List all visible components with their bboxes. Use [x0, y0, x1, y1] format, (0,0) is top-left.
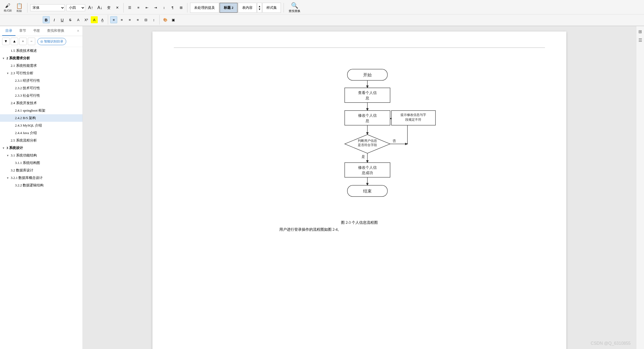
- toc-item-3-2-1[interactable]: ▼ 3.2.1 数据库概念设计: [0, 174, 83, 182]
- bold-btn[interactable]: B: [43, 16, 50, 23]
- svg-text:是: 是: [362, 155, 365, 159]
- remove-icon: −: [30, 39, 33, 44]
- distributed-btn[interactable]: ⊟: [142, 16, 149, 23]
- align-justify-btn[interactable]: ≡: [134, 16, 141, 23]
- flowchart-svg: 开始 查看个人信 息 修改个人信 息 提示修改信息与字 段规定不符 判断用户: [279, 61, 439, 216]
- toc-item-2[interactable]: ▼ 2 系统需求分析: [0, 54, 83, 62]
- sep1: [27, 3, 28, 13]
- toc-item-2-4-2[interactable]: 2.4.2 B/S 架构: [0, 114, 83, 122]
- toc-item-2-4-4[interactable]: 2.4.4 Java 介绍: [0, 129, 83, 137]
- svg-text:段规定不符: 段规定不符: [405, 118, 421, 121]
- indent-btn[interactable]: ⇥: [152, 4, 159, 11]
- svg-rect-24: [345, 163, 390, 177]
- svg-text:查看个人信: 查看个人信: [358, 91, 377, 95]
- font-size-select[interactable]: 小四: [66, 4, 85, 11]
- outdent-btn[interactable]: ⇤: [143, 4, 150, 11]
- format-brush-btn[interactable]: 🖌 格式刷: [2, 2, 13, 13]
- find-label: 查找替换: [289, 9, 300, 13]
- style-ribbon: 未处理的提及 标题 2 表内容 ▲ ▼ 样式集: [190, 3, 281, 13]
- superscript-btn[interactable]: X²: [83, 16, 90, 23]
- svg-rect-10: [345, 88, 390, 103]
- style-table[interactable]: 表内容: [238, 3, 257, 13]
- toc-item-2-4[interactable]: 2.4 系统开发技术: [0, 99, 83, 107]
- toc-item-3-1-1[interactable]: 3.1.1 系统结构图: [0, 159, 83, 167]
- toc-item-2-3-2[interactable]: 2.3.2 技术可行性: [0, 84, 83, 92]
- toc-item-3-1[interactable]: ▼ 3.1 系统功能结构: [0, 152, 83, 159]
- toc-item-2-3[interactable]: ▼ 2.3 可行性分析: [0, 69, 83, 77]
- align-center-btn[interactable]: ≡: [118, 16, 125, 23]
- tab-find[interactable]: 查找和替换: [44, 26, 68, 36]
- toc-item-3[interactable]: ▼ 3 系统设计: [0, 144, 83, 152]
- align-left-btn[interactable]: ≡: [110, 16, 117, 23]
- text-bg-btn[interactable]: A: [91, 16, 98, 23]
- line-spacing-btn[interactable]: ↕: [150, 16, 157, 23]
- clear-format-btn[interactable]: ✕: [114, 4, 121, 11]
- paste-label: 粘贴: [17, 9, 22, 13]
- toolbar: 🖌 格式刷 📋 粘贴 宋体 小四 A↑ A↓ 变 ✕ ☰ ≡ ⇤ ⇥ ↕ ¶ ⊞: [0, 0, 644, 26]
- right-panel-btn2[interactable]: ☰: [637, 37, 643, 43]
- sidebar-close-btn[interactable]: ×: [76, 28, 80, 34]
- align-right-btn[interactable]: ≡: [126, 16, 133, 23]
- expand-all-icon: ▲: [13, 39, 16, 44]
- document-area: 开始 查看个人信 息 修改个人信 息 提示修改信息与字 段规定不符 判断用户: [83, 26, 636, 349]
- font-color-btn[interactable]: A: [75, 16, 82, 23]
- toc-item-3-2[interactable]: 3.2 数据库设计: [0, 167, 83, 174]
- style-heading2[interactable]: 标题 2: [219, 3, 238, 13]
- format-brush-icon: 🖌: [5, 3, 10, 9]
- sidebar: 目录 章节 书签 查找和替换 × ▼ ▲ + − ◎ 智能识别目录: [0, 26, 83, 349]
- add-item-btn[interactable]: +: [19, 38, 27, 45]
- toc-item-2-3-3[interactable]: 2.3.3 社会可行性: [0, 92, 83, 99]
- underline-btn[interactable]: U: [59, 16, 66, 23]
- main-layout: 目录 章节 书签 查找和替换 × ▼ ▲ + − ◎ 智能识别目录: [0, 26, 644, 349]
- bullet-list-btn[interactable]: ☰: [126, 4, 133, 11]
- svg-text:结束: 结束: [363, 189, 372, 193]
- fig-note: 用户进行登录操作的流程图如图 2-4。: [279, 227, 439, 232]
- toc-item-3-2-2[interactable]: 3.2.2 数据逻辑结构: [0, 182, 83, 189]
- toc-item-2-3-1[interactable]: 2.3.1 经济可行性: [0, 77, 83, 84]
- remove-item-btn[interactable]: −: [28, 38, 35, 45]
- sep2: [123, 3, 124, 13]
- shading-btn[interactable]: 🎨: [162, 16, 169, 23]
- right-panel-btn1[interactable]: ⊞: [637, 28, 643, 35]
- char-border-btn[interactable]: A̲: [99, 16, 106, 23]
- columns-btn[interactable]: ⊞: [178, 4, 184, 11]
- sep6: [159, 15, 160, 25]
- tab-chapter[interactable]: 章节: [16, 26, 29, 36]
- font-format-btn[interactable]: 变: [105, 4, 112, 11]
- smart-identify-btn[interactable]: ◎ 智能识别目录: [37, 38, 66, 45]
- strikethrough-btn[interactable]: S̶: [67, 16, 74, 23]
- collapse-all-btn[interactable]: ▼: [2, 38, 10, 45]
- toc-item-2-1[interactable]: 2.1 系统性能需求: [0, 62, 83, 69]
- toc-item-2-4-3[interactable]: 2.4.3 MySQL 介绍: [0, 122, 83, 129]
- svg-text:息成功: 息成功: [362, 171, 373, 175]
- svg-text:提示修改信息与字: 提示修改信息与字: [400, 113, 426, 117]
- grow-font-btn[interactable]: A↑: [87, 4, 95, 11]
- shrink-font-btn[interactable]: A↓: [96, 4, 104, 11]
- find-replace-btn[interactable]: 🔍 查找替换: [286, 2, 303, 14]
- font-family-select[interactable]: 宋体: [30, 4, 65, 11]
- page-top-border: [174, 48, 545, 48]
- right-panel: ⊞ ☰: [636, 26, 644, 349]
- toc-item-2-5[interactable]: 2.5 系统流程分析: [0, 137, 83, 144]
- tab-bookmark[interactable]: 书签: [30, 26, 43, 36]
- expand-all-btn[interactable]: ▲: [11, 38, 18, 45]
- sep5: [108, 15, 108, 25]
- style-unhandled[interactable]: 未处理的提及: [190, 3, 219, 13]
- paste-btn[interactable]: 📋 粘贴: [14, 2, 25, 13]
- toc-item-2-4-1[interactable]: 2.4.1 springboot 框架: [0, 107, 83, 114]
- number-list-btn[interactable]: ≡: [135, 4, 142, 11]
- show-marks-btn[interactable]: ¶: [169, 4, 176, 11]
- svg-text:修改个人信: 修改个人信: [358, 166, 377, 170]
- svg-text:判断用户信息: 判断用户信息: [358, 139, 377, 143]
- italic-btn[interactable]: I: [51, 16, 58, 23]
- document-page: 开始 查看个人信 息 修改个人信 息 提示修改信息与字 段规定不符 判断用户: [152, 32, 566, 349]
- toc-item-1-5[interactable]: 1.5 系统技术概述: [0, 47, 83, 54]
- border-btn[interactable]: ▣: [170, 16, 177, 23]
- style-dropdown[interactable]: ▲ ▼: [257, 3, 262, 13]
- sort-btn[interactable]: ↕: [160, 4, 167, 11]
- smart-icon: ◎: [40, 40, 43, 44]
- find-icon: 🔍: [291, 2, 298, 9]
- tab-toc[interactable]: 目录: [2, 26, 15, 36]
- fig-caption: 图 2-3 个人信息流程图: [341, 220, 378, 225]
- style-set-btn[interactable]: 样式集: [262, 3, 281, 13]
